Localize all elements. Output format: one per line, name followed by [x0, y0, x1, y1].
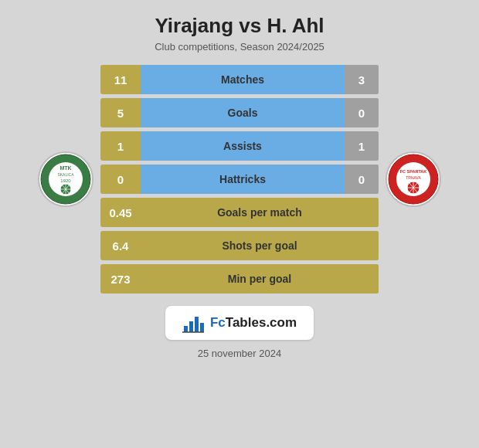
svg-text:FC SPARTAK: FC SPARTAK [400, 169, 427, 174]
stat-row-goals-per-match: 0.45 Goals per match [100, 198, 379, 227]
stat-label-assists: Assists [141, 140, 345, 152]
svg-rect-23 [195, 317, 199, 332]
svg-text:SKALICA: SKALICA [57, 172, 74, 177]
header: Yirajang vs H. Ahl Club competitions, Se… [155, 0, 324, 57]
stat-bar-goals: Goals [141, 98, 345, 127]
stat-label-hattricks: Hattricks [141, 173, 345, 185]
date-footer: 25 november 2024 [198, 348, 281, 359]
left-team-svg: MTK SKALICA 1920 [39, 153, 92, 205]
stat-bar-assists: Assists [141, 131, 345, 161]
stat-row-goals: 5 Goals 0 [100, 98, 379, 127]
svg-rect-24 [200, 323, 204, 332]
stat-right-assists: 1 [345, 131, 379, 161]
fctables-brand-text: FcTables.com [210, 315, 297, 331]
fctables-prefix: Fc [210, 315, 226, 330]
stat-left-shots-per-goal: 6.4 [100, 239, 141, 253]
team-logo-right: FC SPARTAK TRNAVA [379, 151, 448, 207]
left-logo-circle: MTK SKALICA 1920 [38, 151, 93, 207]
stat-label-min-per-goal: Min per goal [141, 273, 379, 285]
stat-left-assists: 1 [100, 140, 141, 153]
stat-left-hattricks: 0 [100, 173, 141, 186]
stat-row-matches: 11 Matches 3 [100, 65, 379, 94]
stat-row-min-per-goal: 273 Min per goal [100, 264, 379, 294]
stat-right-goals: 0 [345, 98, 379, 127]
stat-right-hattricks: 0 [345, 165, 379, 194]
svg-rect-22 [189, 321, 193, 332]
stat-bar-matches: Matches [141, 65, 345, 94]
svg-text:TRNAVA: TRNAVA [406, 175, 421, 180]
stat-left-goals: 5 [100, 107, 141, 120]
footer-logo: FcTables.com [165, 306, 314, 340]
team-logo-left: MTK SKALICA 1920 [31, 151, 100, 207]
fctables-icon [182, 312, 204, 334]
main-content: MTK SKALICA 1920 11 Matches [0, 65, 479, 294]
stat-row-assists: 1 Assists 1 [100, 131, 379, 161]
stats-section: 11 Matches 3 5 Goals 0 1 Assists 1 [100, 65, 379, 294]
page-wrapper: Yirajang vs H. Ahl Club competitions, Se… [0, 0, 479, 448]
stat-row-hattricks: 0 Hattricks 0 [100, 165, 379, 194]
svg-text:MTK: MTK [59, 165, 71, 171]
stat-bar-hattricks: Hattricks [141, 165, 345, 194]
stat-right-matches: 3 [345, 65, 379, 94]
stat-label-matches: Matches [141, 73, 345, 86]
stat-label-goals-per-match: Goals per match [141, 206, 379, 219]
stat-left-min-per-goal: 273 [100, 273, 141, 286]
stat-row-shots-per-goal: 6.4 Shots per goal [100, 231, 379, 260]
right-team-svg: FC SPARTAK TRNAVA [387, 153, 440, 205]
svg-text:1920: 1920 [60, 178, 71, 183]
fctables-suffix: Tables.com [226, 315, 297, 330]
match-title: Yirajang vs H. Ahl [155, 14, 324, 38]
stat-left-goals-per-match: 0.45 [100, 206, 141, 219]
match-subtitle: Club competitions, Season 2024/2025 [155, 41, 324, 53]
stat-label-goals: Goals [141, 107, 345, 119]
stat-label-shots-per-goal: Shots per goal [141, 239, 379, 252]
fctables-badge: FcTables.com [165, 306, 314, 340]
stat-left-matches: 11 [100, 73, 141, 87]
svg-rect-21 [184, 326, 188, 332]
right-logo-circle: FC SPARTAK TRNAVA [386, 151, 441, 207]
